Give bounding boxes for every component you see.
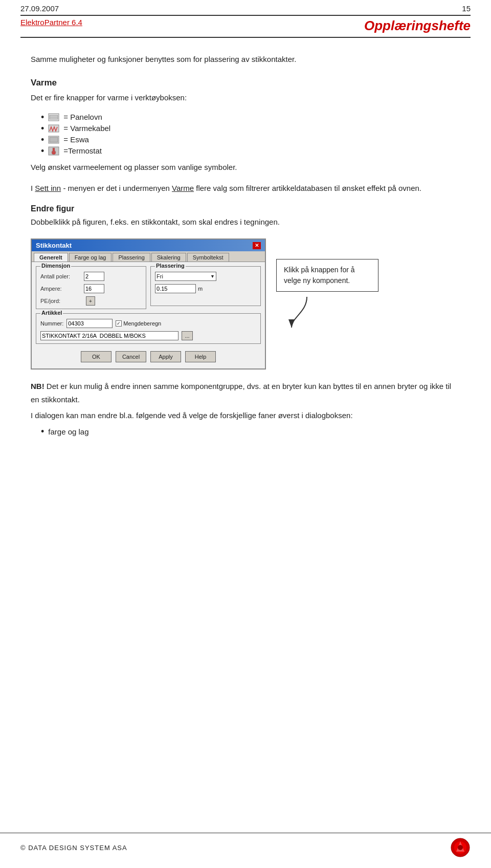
- plassering-row3: [155, 296, 256, 302]
- nb-list: • farge og lag: [41, 425, 460, 439]
- mengdeberegn-check[interactable]: ✓ Mengdeberegn: [116, 320, 161, 327]
- termostat-icon: [48, 146, 59, 156]
- dialog-titlebar: Stikkontakt ✕: [32, 240, 265, 251]
- artikkel-title: Artikkel: [40, 310, 63, 316]
- bullet-dot: •: [41, 113, 44, 122]
- cancel-button[interactable]: Cancel: [116, 351, 146, 362]
- footer-logo: [450, 837, 471, 858]
- endre-figur-title: Endre figur: [31, 204, 460, 213]
- tab-plassering[interactable]: Plassering: [113, 253, 150, 262]
- dialog-area: Stikkontakt ✕ Generelt Farge og lag Plas…: [31, 238, 460, 370]
- dots-button[interactable]: ...: [182, 331, 193, 340]
- mengdeberegn-label: Mengdeberegn: [123, 320, 161, 327]
- endre-figur-text: Dobbelklikk på figuren, f.eks. en stikko…: [31, 215, 460, 229]
- bullet-dot: •: [41, 135, 44, 144]
- list-item: • = Panelovn: [41, 113, 460, 122]
- bullet-dot: •: [41, 124, 44, 133]
- callout-area: Klikk på knappen for å velge ny komponen…: [276, 238, 378, 333]
- varme-list: • = Panelovn • = Varmekabel •: [41, 113, 460, 156]
- book-title: Opplæringshefte: [364, 18, 471, 34]
- artikkel-desc-row: ...: [40, 331, 256, 340]
- list-item: • = Eswa: [41, 135, 460, 144]
- svg-rect-8: [53, 148, 55, 152]
- mengdeberegn-checkbox[interactable]: ✓: [116, 320, 122, 327]
- nb-para1: NB! Det er kun mulig å endre innen samme…: [31, 380, 460, 406]
- tab-skalering[interactable]: Skalering: [151, 253, 186, 262]
- dialog-tabs: Generelt Farge og lag Plassering Skaleri…: [32, 251, 265, 262]
- varmekabel-label: = Varmekabel: [63, 124, 110, 133]
- apply-button[interactable]: Apply: [150, 351, 181, 362]
- varme-bottom-text: Velg ønsket varmeelement og plasser som …: [31, 161, 460, 174]
- list-item: • =Termostat: [41, 146, 460, 156]
- dimensjon-title: Dimensjon: [40, 263, 71, 269]
- ampere-label: Ampere:: [40, 286, 84, 292]
- dimensjon-col: Dimensjon Antall poler: Ampere:: [36, 266, 146, 313]
- endre-figur-section: Endre figur Dobbelklikk på figuren, f.ek…: [31, 204, 460, 229]
- nb-para2: I dialogen kan man endre bl.a. følgende …: [31, 409, 460, 422]
- list-item: • farge og lag: [41, 425, 460, 439]
- dialog-close-button[interactable]: ✕: [253, 242, 261, 249]
- dropdown-arrow-icon: ▼: [210, 274, 215, 279]
- pe-jord-icon-btn[interactable]: +: [86, 296, 95, 306]
- nb-list-item1: farge og lag: [48, 425, 88, 439]
- nummer-label: Nummer:: [40, 320, 63, 327]
- bullet-dot: •: [41, 146, 44, 156]
- ok-button[interactable]: OK: [81, 351, 111, 362]
- varmekabel-icon: [48, 124, 59, 133]
- ampere-row: Ampere:: [40, 284, 142, 293]
- page-footer: © Data Design System ASA: [0, 833, 491, 858]
- dialog-title: Stikkontakt: [36, 242, 72, 249]
- pe-jord-label: PE/jord:: [40, 298, 84, 304]
- varme-intro: Det er fire knapper for varme i verktøyb…: [31, 91, 460, 104]
- m-label: m: [198, 286, 203, 292]
- termostat-label: =Termostat: [63, 146, 102, 155]
- eswa-icon: [48, 135, 59, 144]
- header-date: 27.09.2007: [20, 4, 59, 13]
- dialog-body: Dimensjon Antall poler: Ampere:: [32, 262, 265, 368]
- svg-rect-5: [50, 137, 58, 142]
- bullet-dot: •: [41, 427, 44, 436]
- svg-point-13: [458, 845, 463, 850]
- varme-sett-inn: I Sett inn - menyen er det i undermenyen…: [31, 182, 460, 195]
- plassering-col: Plassering Fri ▼ m: [150, 266, 261, 313]
- plassering-title: Plassering: [155, 263, 186, 269]
- callout-arrow: [286, 292, 327, 333]
- antall-poler-label: Antall poler:: [40, 273, 84, 279]
- footer-text: © Data Design System ASA: [20, 844, 127, 852]
- help-button[interactable]: Help: [185, 351, 216, 362]
- dropdown-value: Fri: [157, 273, 163, 279]
- varme-title: Varme: [31, 78, 460, 88]
- dimensjon-section: Dimensjon Antall poler: Ampere:: [36, 266, 146, 309]
- dialog-two-col: Dimensjon Antall poler: Ampere:: [36, 266, 261, 313]
- pe-jord-row: PE/jord: +: [40, 296, 142, 306]
- antall-poler-input[interactable]: [84, 272, 104, 281]
- list-item: • = Varmekabel: [41, 124, 460, 133]
- nb-label: NB!: [31, 382, 44, 390]
- nb-section: NB! Det er kun mulig å endre innen samme…: [31, 380, 460, 438]
- nummer-input[interactable]: [66, 319, 113, 328]
- plassering-row2: m: [155, 284, 256, 293]
- intro-paragraph: Samme muligheter og funksjoner benyttes …: [31, 53, 460, 66]
- dialog-buttons-row: OK Cancel Apply Help: [36, 348, 261, 364]
- header-page-num: 15: [462, 4, 471, 13]
- antall-poler-row: Antall poler:: [40, 272, 142, 281]
- stikkontakt-dialog[interactable]: Stikkontakt ✕ Generelt Farge og lag Plas…: [31, 238, 266, 370]
- plassering-row1: Fri ▼: [155, 272, 256, 281]
- plassering-value-input[interactable]: [155, 284, 196, 293]
- panelovn-icon: [48, 113, 59, 122]
- desc-input[interactable]: [40, 331, 178, 340]
- app-name: ElektroPartner 6.4: [20, 18, 82, 34]
- artikkel-section: Artikkel Nummer: ✓ Mengdeberegn ...: [36, 313, 261, 344]
- panelovn-label: = Panelovn: [63, 113, 102, 121]
- callout-box: Klikk på knappen for å velge ny komponen…: [276, 259, 378, 292]
- plassering-section: Plassering Fri ▼ m: [150, 266, 261, 306]
- tab-generelt[interactable]: Generelt: [34, 253, 68, 262]
- tab-symboltekst[interactable]: Symboltekst: [187, 253, 229, 262]
- eswa-label: = Eswa: [63, 135, 89, 144]
- varme-section: Varme Det er fire knapper for varme i ve…: [31, 78, 460, 195]
- ampere-input[interactable]: [84, 284, 104, 293]
- plassering-dropdown[interactable]: Fri ▼: [155, 272, 216, 281]
- artikkel-nummer-row: Nummer: ✓ Mengdeberegn: [40, 319, 256, 328]
- tab-farge-og-lag[interactable]: Farge og lag: [69, 253, 112, 262]
